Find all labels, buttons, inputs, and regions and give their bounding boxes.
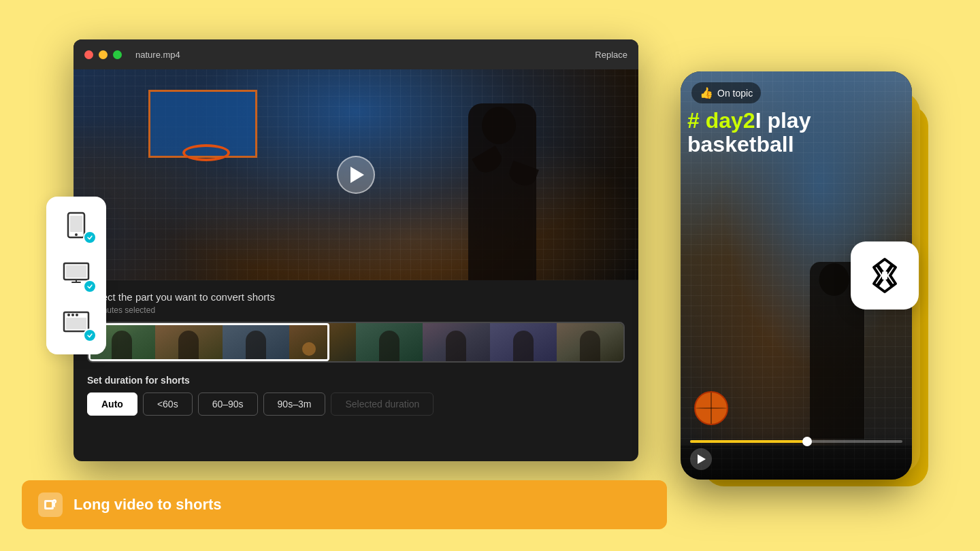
hashtag-symbol: # [687, 108, 706, 133]
device-item-desktop[interactable] [57, 259, 95, 292]
select-label: Select the part you want to convert shor… [87, 291, 625, 303]
svg-point-2 [75, 233, 78, 236]
traffic-light-red[interactable] [84, 50, 93, 59]
timeline-thumb-7 [490, 323, 557, 361]
thumbs-up-icon: 👍 [700, 86, 713, 99]
svg-point-13 [52, 499, 56, 503]
svg-rect-1 [70, 216, 82, 232]
duration-btn-selected[interactable]: Selected duration [331, 393, 434, 416]
on-topic-badge: 👍 On topic [691, 82, 761, 103]
device-item-mobile[interactable] [57, 210, 95, 243]
svg-rect-4 [66, 265, 86, 278]
capcut-logo [851, 241, 919, 310]
capcut-icon [863, 254, 906, 297]
timeline-thumb-2 [155, 323, 222, 361]
timeline-thumb-5 [356, 323, 423, 361]
svg-point-7 [67, 314, 70, 316]
traffic-light-green[interactable] [113, 50, 122, 59]
video-shorts-icon [43, 497, 58, 512]
duration-btn-90-3m[interactable]: 90s–3m [263, 393, 326, 416]
controls-area: Select the part you want to convert shor… [74, 280, 638, 427]
banner-text: Long video to shorts [74, 496, 222, 514]
desktop-check-badge [83, 280, 97, 293]
svg-point-9 [76, 314, 78, 316]
phone-play-controls [690, 448, 902, 470]
timeline-thumb-4 [289, 323, 356, 361]
play-button[interactable] [337, 156, 375, 194]
hashtag-day: day2 [706, 108, 755, 133]
svg-rect-6 [66, 318, 86, 329]
browser-check-badge [83, 329, 97, 342]
timeline-strip[interactable] [87, 322, 625, 363]
player-silhouette [434, 90, 570, 280]
hoop-area [128, 83, 264, 171]
phone-hashtag: # day2I play basketball [687, 109, 905, 156]
duration-buttons: Auto <60s 60–90s 90s–3m Selected duratio… [87, 393, 625, 416]
svg-point-8 [71, 314, 74, 316]
duration-btn-lt60s[interactable]: <60s [143, 393, 193, 416]
phone-container: 👍 On topic # day2I play basketball [681, 71, 912, 480]
phone-progress-bar[interactable] [690, 440, 902, 443]
editor-window: nature.mp4 Replace Select the pa [74, 39, 638, 461]
svg-rect-10 [882, 271, 887, 280]
banner-icon [38, 492, 63, 517]
svg-rect-12 [46, 502, 52, 507]
timeline-thumb-8 [557, 323, 623, 361]
phone-progress-fill [690, 440, 807, 443]
window-filename: nature.mp4 [135, 50, 589, 60]
video-area [74, 69, 638, 280]
on-topic-label: On topic [717, 88, 753, 99]
window-titlebar: nature.mp4 Replace [74, 39, 638, 69]
bottom-banner: Long video to shorts [22, 480, 667, 529]
main-container: nature.mp4 Replace Select the pa [0, 0, 980, 551]
timeline-thumb-6 [423, 323, 489, 361]
traffic-light-yellow[interactable] [99, 50, 108, 59]
timeline-thumb-3 [223, 323, 289, 361]
device-item-browser[interactable] [57, 308, 95, 341]
basketball [694, 391, 728, 425]
mobile-check-badge [83, 231, 97, 244]
device-panel [46, 197, 106, 354]
duration-btn-60-90s[interactable]: 60–90s [198, 393, 258, 416]
phone-progress-thumb [802, 437, 812, 446]
phone-controls [681, 433, 912, 480]
phone-play-button[interactable] [690, 448, 712, 470]
hashtag-line1: # day2I play basketball [687, 109, 905, 156]
selected-info: 3 minutes selected [87, 305, 625, 315]
duration-label: Set duration for shorts [87, 375, 625, 386]
replace-button[interactable]: Replace [595, 50, 627, 60]
duration-btn-auto[interactable]: Auto [87, 393, 137, 416]
